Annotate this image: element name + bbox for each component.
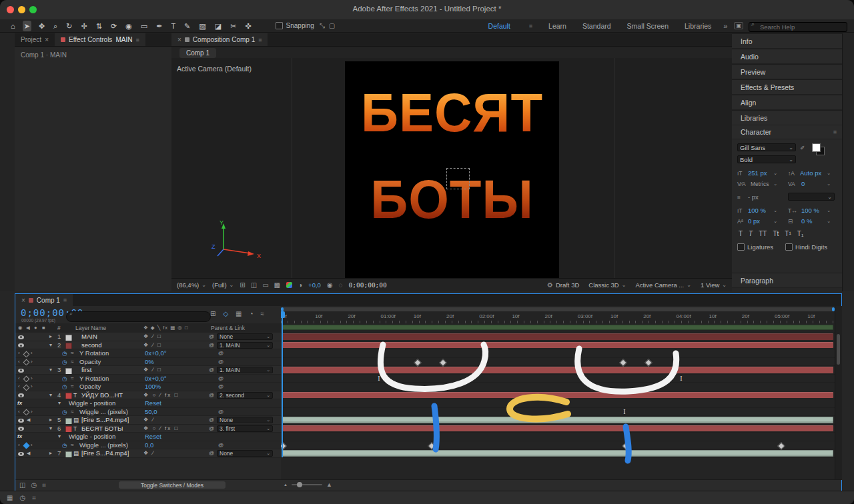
workspace-small-screen[interactable]: Small Screen: [627, 22, 669, 30]
property-row[interactable]: ‹›◷≈Opacity100%@: [15, 383, 281, 391]
eye-icon[interactable]: [18, 393, 24, 397]
eye-icon[interactable]: [18, 427, 24, 431]
selection-tool[interactable]: ➤: [23, 21, 31, 31]
keyframe-diamond[interactable]: [428, 442, 435, 449]
layer-color-chip[interactable]: [65, 451, 72, 458]
stopwatch-icon[interactable]: ◷: [62, 441, 67, 449]
eye-icon[interactable]: [18, 452, 24, 456]
parent-dropdown[interactable]: 2. second⌄: [217, 392, 273, 399]
timeline-track-area[interactable]: 0f10f20f01:00f10f20f02:00f10f20f03:00f10…: [281, 306, 835, 480]
property-value[interactable]: 0x+0,0°: [145, 349, 167, 357]
comp-text-line1[interactable]: БЕСЯТ: [345, 85, 559, 140]
layer-switches[interactable]: ❖ ∕: [143, 416, 205, 424]
keyframe-hold[interactable]: I: [623, 408, 625, 416]
layer-switches[interactable]: ❖ ∕: [143, 449, 205, 457]
zoom-tool[interactable]: ⌕: [52, 21, 59, 31]
font-size-value[interactable]: 251 px: [748, 169, 767, 177]
text-style-button-1[interactable]: T: [739, 230, 743, 237]
time-ruler[interactable]: 0f10f20f01:00f10f20f02:00f10f20f03:00f10…: [281, 311, 835, 324]
magnification-select[interactable]: (86,4%)⌄: [177, 281, 206, 289]
property-value[interactable]: 0x+0,0°: [145, 375, 167, 383]
workspace-overflow-chevron[interactable]: »: [723, 22, 727, 30]
caret-icon[interactable]: ⌄: [827, 207, 831, 213]
fill-color-swatch[interactable]: [812, 143, 821, 152]
layer-color-chip[interactable]: [65, 393, 72, 399]
panel-header-info[interactable]: Info: [732, 33, 842, 49]
add-keyframe-icon[interactable]: [23, 443, 30, 449]
text-style-button-6[interactable]: T₁: [797, 230, 803, 237]
help-search-input[interactable]: [749, 22, 847, 32]
timeline-scrollbar[interactable]: [835, 306, 842, 480]
keyframe-hold[interactable]: I: [378, 375, 380, 383]
prev-keyframe-icon[interactable]: ‹: [18, 349, 20, 357]
layer-name[interactable]: УЙДУ ВО...НТ: [81, 391, 141, 399]
panel-header-effects-presets[interactable]: Effects & Presets: [732, 79, 842, 95]
keyframe-diamond[interactable]: [622, 442, 629, 449]
snap-edges-icon[interactable]: ⤡: [320, 22, 325, 30]
twirl-icon[interactable]: ▸: [49, 449, 52, 457]
property-pickwhip-icon[interactable]: @: [218, 441, 224, 449]
brush-tool[interactable]: ✎: [183, 21, 191, 31]
stopwatch-icon[interactable]: ◷: [62, 408, 67, 416]
snapshot-camera-icon[interactable]: ◉: [327, 281, 333, 289]
composition-viewer[interactable]: Active Camera (Default) БЕСЯТ БОТЫ Y X: [171, 58, 732, 278]
property-row[interactable]: ‹›◷≈Wiggle ... (pixels)50,0@: [15, 408, 281, 417]
tracking-value[interactable]: 0: [801, 180, 805, 187]
work-area-bar[interactable]: [282, 325, 833, 330]
property-pickwhip-icon[interactable]: @: [218, 383, 224, 391]
eraser-tool[interactable]: ◪: [214, 21, 223, 31]
caret-icon[interactable]: ⌄: [773, 218, 777, 224]
twirl-icon[interactable]: ▸: [49, 416, 52, 424]
workspace-learn[interactable]: Learn: [548, 22, 566, 30]
property-name[interactable]: Wiggle ... (pixels): [79, 408, 128, 416]
mini-flowchart-icon[interactable]: ⊞: [210, 310, 216, 317]
property-row[interactable]: ‹›◷≈Opacity0%@: [15, 358, 281, 367]
property-value[interactable]: 0%: [145, 358, 154, 366]
text-anchor-box[interactable]: [446, 168, 470, 189]
eye-icon[interactable]: [18, 335, 24, 339]
panel-header-audio[interactable]: Audio: [732, 49, 842, 64]
twirl-icon[interactable]: ▾: [58, 433, 61, 441]
fast-previews-button[interactable]: ⚙ Draft 3D: [547, 281, 579, 289]
next-keyframe-icon[interactable]: ›: [31, 349, 33, 357]
pan-behind-tool[interactable]: ◉: [124, 21, 133, 31]
snap-features-icon[interactable]: ▢: [329, 22, 335, 30]
property-row[interactable]: ‹›◷≈Y Rotation0x+0,0°@: [15, 375, 281, 383]
stroke-width-value[interactable]: - px: [748, 193, 759, 201]
mask-visibility-icon[interactable]: ◫: [251, 281, 257, 289]
parent-dropdown[interactable]: None⌄: [217, 417, 273, 423]
layer-row-7[interactable]: ◀▸7▤[Fire S...P4.mp4]❖ ∕@None⌄: [15, 449, 281, 458]
parent-pickwhip-icon[interactable]: @: [209, 449, 214, 457]
caret-icon[interactable]: ⌄: [827, 181, 831, 187]
layer-name[interactable]: [Fire S...P4.mp4]: [81, 449, 141, 457]
layer-name[interactable]: БЕСЯТ БОТЫ: [81, 425, 141, 433]
expand-in-out-icon[interactable]: ◫: [19, 481, 25, 489]
close-tab-icon[interactable]: ×: [45, 36, 49, 43]
text-style-button-5[interactable]: T¹: [785, 230, 791, 237]
viewer-tab-comp1[interactable]: Comp 1: [179, 48, 216, 58]
next-keyframe-icon[interactable]: ›: [31, 408, 33, 416]
tab-timeline-comp1[interactable]: × Comp 1 ≡: [15, 294, 73, 306]
layer-color-chip[interactable]: [65, 343, 72, 349]
layer-color-chip[interactable]: [65, 368, 72, 375]
eye-icon[interactable]: [18, 343, 24, 347]
eye-icon[interactable]: [18, 369, 24, 373]
parent-pickwhip-icon[interactable]: @: [209, 366, 214, 374]
prev-keyframe-icon[interactable]: ‹: [18, 375, 20, 383]
tab-project[interactable]: Project ×: [15, 33, 55, 46]
reset-exposure-icon[interactable]: ◑: [298, 281, 302, 289]
workspace-menu-icon[interactable]: ≡: [529, 23, 532, 29]
prev-keyframe-icon[interactable]: ‹: [18, 358, 20, 366]
hand-tool[interactable]: ✥: [37, 21, 46, 31]
parent-pickwhip-icon[interactable]: @: [209, 416, 214, 424]
twirl-icon[interactable]: ▾: [49, 341, 52, 349]
tsume-value[interactable]: 0 %: [801, 217, 812, 225]
region-of-interest-icon[interactable]: ▭: [262, 281, 268, 289]
text-style-button-4[interactable]: Tt: [773, 230, 779, 237]
draft-3d-icon[interactable]: ◇: [223, 310, 228, 317]
add-keyframe-icon[interactable]: [23, 376, 30, 383]
layer-switches[interactable]: ❖ ○ ∕ fx □: [143, 425, 205, 433]
roto-brush-tool[interactable]: ✂: [229, 21, 238, 31]
add-keyframe-icon[interactable]: [23, 384, 30, 391]
ligatures-checkbox[interactable]: Ligatures: [737, 243, 773, 251]
